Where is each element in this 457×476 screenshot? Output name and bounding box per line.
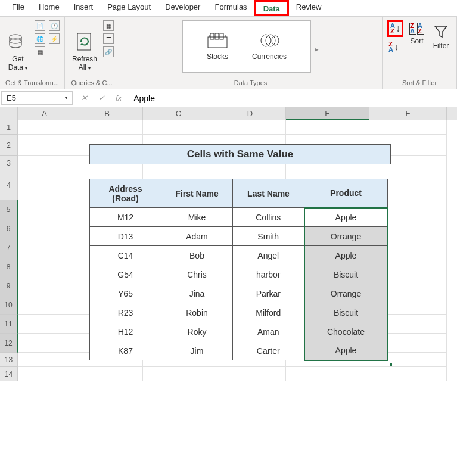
table-cell[interactable]: Apple <box>304 246 388 265</box>
fill-handle[interactable] <box>389 363 393 366</box>
sort-desc-button[interactable]: ZA ↓ <box>387 41 403 54</box>
row-header-12[interactable]: 12 <box>0 334 18 353</box>
cell[interactable] <box>18 367 71 381</box>
cell[interactable] <box>18 156 71 170</box>
cell[interactable] <box>214 367 286 381</box>
row-header-1[interactable]: 1 <box>0 120 18 135</box>
cell[interactable] <box>143 120 214 135</box>
table-cell[interactable]: Orrange <box>304 227 388 246</box>
queries-icon-1[interactable]: ▦ <box>103 20 114 31</box>
properties-icon[interactable]: ☰ <box>103 33 114 44</box>
fx-icon[interactable]: fx <box>116 94 122 102</box>
table-cell[interactable]: G54 <box>90 265 161 284</box>
sort-asc-button[interactable]: AZ ↓ <box>387 20 403 37</box>
edit-links-icon[interactable]: 🔗 <box>103 46 114 57</box>
row-header-13[interactable]: 13 <box>0 353 18 367</box>
row-header-2[interactable]: 2 <box>0 135 18 156</box>
cell[interactable] <box>18 315 71 334</box>
col-header-f[interactable]: F <box>369 107 447 120</box>
from-text-icon[interactable]: 📄 <box>35 20 45 31</box>
cell[interactable] <box>214 120 286 135</box>
table-cell[interactable]: Biscuit <box>304 303 388 322</box>
table-cell[interactable]: Chocolate <box>304 322 388 341</box>
filter-button[interactable]: Filter <box>430 20 452 52</box>
row-header-8[interactable]: 8 <box>0 257 18 276</box>
tab-home[interactable]: Home <box>32 0 67 16</box>
get-data-button[interactable]: Get Data ▾ <box>5 20 31 74</box>
tab-review[interactable]: Review <box>289 0 329 16</box>
row-header-4[interactable]: 4 <box>0 170 18 200</box>
table-cell[interactable]: Smith <box>233 227 304 246</box>
cell[interactable] <box>18 353 71 367</box>
table-cell[interactable]: Collins <box>233 208 304 227</box>
table-cell[interactable]: Carter <box>233 341 304 360</box>
table-cell[interactable]: Apple <box>304 341 388 360</box>
table-cell[interactable]: Apple <box>304 208 388 227</box>
enter-icon[interactable]: ✓ <box>98 94 105 102</box>
cell[interactable] <box>18 257 71 276</box>
tab-file[interactable]: File <box>5 0 32 16</box>
sort-button[interactable]: ZAAZ Sort <box>407 20 427 48</box>
tab-formulas[interactable]: Formulas <box>207 0 254 16</box>
table-cell[interactable]: Roky <box>161 322 233 341</box>
table-cell[interactable]: H12 <box>90 322 161 341</box>
cell[interactable] <box>18 219 71 238</box>
row-header-9[interactable]: 9 <box>0 276 18 295</box>
table-cell[interactable]: M12 <box>90 208 161 227</box>
row-header-3[interactable]: 3 <box>0 156 18 170</box>
cell[interactable] <box>18 135 71 156</box>
table-cell[interactable]: Parkar <box>233 284 304 303</box>
refresh-all-button[interactable]: Refresh All ▾ <box>70 20 100 74</box>
th-address[interactable]: Address (Road) <box>90 179 161 208</box>
table-cell[interactable]: K87 <box>90 341 161 360</box>
table-cell[interactable]: Robin <box>161 303 233 322</box>
cell[interactable] <box>369 367 447 381</box>
cell[interactable] <box>18 276 71 295</box>
tab-developer[interactable]: Developer <box>158 0 207 16</box>
table-cell[interactable]: Jim <box>161 341 233 360</box>
cell[interactable] <box>18 334 71 353</box>
table-cell[interactable]: Chris <box>161 265 233 284</box>
cell[interactable] <box>18 200 71 219</box>
cell[interactable] <box>286 367 369 381</box>
col-header-e[interactable]: E <box>286 107 369 120</box>
cancel-icon[interactable]: ✕ <box>81 94 88 102</box>
cell[interactable] <box>71 367 143 381</box>
cell[interactable] <box>18 120 71 135</box>
table-cell[interactable]: R23 <box>90 303 161 322</box>
col-header-d[interactable]: D <box>214 107 286 120</box>
row-header-10[interactable]: 10 <box>0 295 18 315</box>
table-cell[interactable]: Aman <box>233 322 304 341</box>
data-types-nav-icon[interactable]: ▸ <box>315 45 319 54</box>
table-cell[interactable]: Biscuit <box>304 265 388 284</box>
cell[interactable] <box>143 367 214 381</box>
cell[interactable] <box>18 238 71 257</box>
connections-icon[interactable]: ⚡ <box>49 33 60 44</box>
tab-insert[interactable]: Insert <box>67 0 101 16</box>
cell[interactable] <box>71 120 143 135</box>
recent-icon[interactable]: 🕐 <box>49 20 60 31</box>
from-web-icon[interactable]: 🌐 <box>35 33 45 44</box>
formula-input[interactable] <box>129 92 457 105</box>
cell[interactable] <box>369 120 447 135</box>
tab-data[interactable]: Data <box>254 0 289 16</box>
col-header-a[interactable]: A <box>18 107 71 120</box>
table-cell[interactable]: Bob <box>161 246 233 265</box>
row-header-6[interactable]: 6 <box>0 219 18 238</box>
name-box[interactable]: E5 ▾ <box>1 91 73 105</box>
cell[interactable] <box>18 295 71 315</box>
th-first-name[interactable]: First Name <box>161 179 233 208</box>
table-cell[interactable]: D13 <box>90 227 161 246</box>
row-header-5[interactable]: 5 <box>0 200 18 219</box>
table-cell[interactable]: Milford <box>233 303 304 322</box>
table-cell[interactable]: Orrange <box>304 284 388 303</box>
table-cell[interactable]: harbor <box>233 265 304 284</box>
table-cell[interactable]: Adam <box>161 227 233 246</box>
stocks-button[interactable]: Stocks <box>207 32 228 61</box>
col-header-b[interactable]: B <box>71 107 143 120</box>
row-header-7[interactable]: 7 <box>0 238 18 257</box>
cell[interactable] <box>286 120 369 135</box>
table-cell[interactable]: Y65 <box>90 284 161 303</box>
col-header-c[interactable]: C <box>143 107 214 120</box>
name-box-dropdown-icon[interactable]: ▾ <box>65 95 67 101</box>
